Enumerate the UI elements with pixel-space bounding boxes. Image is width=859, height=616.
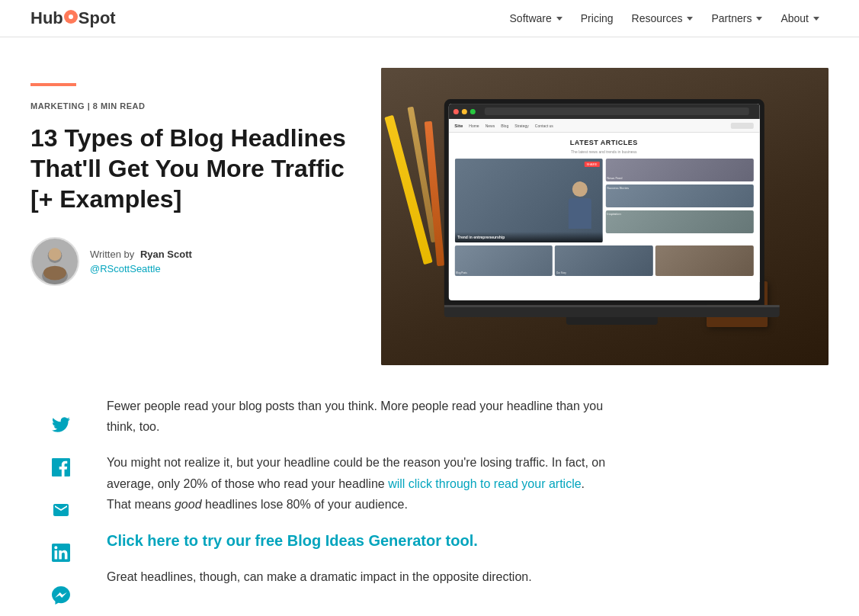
share-icon — [52, 501, 70, 519]
author-info: Written by Ryan Scott @RScottSeattle — [90, 249, 192, 274]
nav-label-about: About — [780, 12, 809, 24]
hero-left: MARKETING | 8 MIN READ 13 Types of Blog … — [30, 68, 381, 365]
article-paragraph-3: Great headlines, though, can make a dram… — [107, 566, 610, 587]
site-nav-item-1: Home — [469, 124, 479, 128]
blog-ideas-generator-link[interactable]: Click here to try our free Blog Ideas Ge… — [107, 532, 478, 549]
head-shape — [572, 181, 587, 197]
nav-label-partners: Partners — [711, 12, 752, 24]
nav-links: Software Pricing Resources Partners Abou… — [501, 12, 829, 24]
side-article-1-title: News Feed — [607, 176, 622, 180]
laptop-screen-inner: Site Home News Blog Strategy Contact us … — [448, 104, 759, 300]
content-wrapper: Fewer people read your blog posts than y… — [0, 380, 859, 616]
messenger-icon — [52, 586, 70, 605]
thumb-1: Blog Posts — [454, 245, 553, 276]
laptop-container: Site Home News Blog Strategy Contact us … — [444, 99, 779, 325]
nav-link-pricing[interactable]: Pricing — [572, 12, 623, 24]
main-nav: HubSpot Software Pricing Resources Partn… — [0, 0, 859, 37]
author-block: Written by Ryan Scott @RScottSeattle — [30, 237, 351, 286]
nav-item-partners: Partners — [702, 12, 771, 24]
article-body: Fewer people read your blog posts than y… — [91, 396, 610, 609]
social-sidebar — [30, 396, 91, 609]
email-share-button[interactable] — [47, 496, 75, 524]
linkedin-icon — [52, 544, 70, 562]
hero-meta: MARKETING | 8 MIN READ — [30, 101, 351, 111]
browser-toolbar — [448, 104, 759, 119]
nav-link-resources[interactable]: Resources — [623, 12, 703, 24]
chevron-down-icon — [756, 17, 762, 21]
site-article-subtext: The latest news and trends in business — [454, 149, 753, 154]
hubspot-logo-link[interactable]: HubSpot — [30, 8, 116, 28]
body-shape — [568, 198, 591, 229]
logo-spot-text: Spot — [79, 8, 116, 28]
chevron-down-icon — [813, 17, 819, 21]
twitter-share-button[interactable] — [47, 411, 75, 438]
author-avatar-image — [32, 239, 78, 284]
logo-spot-icon — [64, 10, 78, 24]
author-written-by: Written by Ryan Scott — [90, 249, 192, 260]
articles-grid: Trend in entrepreneurship SHARE News Fee… — [454, 159, 753, 242]
laptop-stand — [566, 317, 657, 325]
thumb-2: Our Story — [555, 245, 653, 276]
facebook-share-button[interactable] — [47, 454, 75, 481]
thumb-3 — [655, 245, 754, 276]
chevron-down-icon — [556, 17, 563, 21]
nav-link-partners[interactable]: Partners — [702, 12, 771, 24]
side-article-2: Success Stories — [605, 184, 753, 207]
side-article-3-title: Inspiration — [605, 210, 753, 217]
nav-item-resources: Resources — [623, 12, 703, 24]
site-nav-item-5: Contact us — [535, 124, 553, 128]
twitter-icon — [52, 415, 70, 434]
thumb-2-label: Our Story — [556, 271, 566, 274]
messenger-share-button[interactable] — [47, 582, 75, 609]
browser-dot-red — [453, 109, 458, 114]
site-nav-logo: Site — [454, 124, 463, 128]
nav-label-software: Software — [510, 12, 552, 24]
article-paragraph-1: Fewer people read your blog posts than y… — [107, 396, 610, 437]
site-nav-item-3: Blog — [501, 124, 508, 128]
browser-dot-yellow — [461, 109, 466, 114]
nav-label-resources: Resources — [632, 12, 683, 24]
nav-item-pricing: Pricing — [572, 12, 623, 24]
featured-img — [454, 159, 602, 242]
browser-address-bar — [484, 107, 748, 115]
person-silhouette — [560, 181, 598, 235]
nav-link-software[interactable]: Software — [501, 12, 572, 24]
svg-point-3 — [49, 248, 62, 261]
site-nav-item-2: News — [486, 124, 495, 128]
author-avatar — [30, 237, 79, 286]
nav-item-software: Software — [501, 12, 572, 24]
laptop-base — [444, 305, 779, 317]
browser-dot-green — [470, 109, 475, 114]
featured-caption-text: Trend in entrepreneurship — [457, 235, 599, 239]
share-badge: SHARE — [585, 162, 600, 167]
logo-hub-text: Hub — [30, 8, 63, 28]
site-content-area: LATEST ARTICLES The latest news and tren… — [448, 133, 759, 282]
linkedin-share-button[interactable] — [47, 539, 75, 566]
article-paragraph-2: You might not realize it, but your headl… — [107, 452, 610, 515]
side-article-3: Inspiration — [605, 210, 753, 233]
nav-item-about: About — [771, 12, 829, 24]
nav-link-about[interactable]: About — [771, 12, 829, 24]
nav-label-pricing: Pricing — [581, 12, 614, 24]
author-twitter-link[interactable]: @RScottSeattle — [90, 263, 192, 274]
chevron-down-icon — [687, 17, 693, 21]
good-emphasis: good — [175, 498, 202, 511]
site-nav-bar: Site Home News Blog Strategy Contact us — [448, 119, 759, 133]
side-articles: News Feed Success Stories Inspiration — [605, 159, 753, 242]
thumb-1-label: Blog Posts — [456, 271, 466, 274]
hero-section: MARKETING | 8 MIN READ 13 Types of Blog … — [0, 37, 859, 380]
svg-point-4 — [43, 266, 66, 281]
side-article-2-title: Success Stories — [605, 184, 753, 191]
side-article-1: News Feed — [605, 159, 753, 181]
bottom-thumbs: Blog Posts Our Story — [454, 245, 753, 276]
featured-caption: Trend in entrepreneurship — [454, 232, 602, 242]
logo[interactable]: HubSpot — [30, 8, 116, 28]
article-cta: Click here to try our free Blog Ideas Ge… — [107, 530, 610, 551]
site-article-headline: LATEST ARTICLES — [454, 139, 753, 146]
click-through-link[interactable]: will click through to read your article — [388, 477, 581, 490]
hero-right: Site Home News Blog Strategy Contact us … — [381, 68, 829, 365]
facebook-icon — [52, 458, 70, 476]
hero-title: 13 Types of Blog Headlines That'll Get Y… — [30, 123, 351, 214]
site-search-bar — [730, 123, 753, 129]
hero-accent-bar — [30, 83, 76, 86]
